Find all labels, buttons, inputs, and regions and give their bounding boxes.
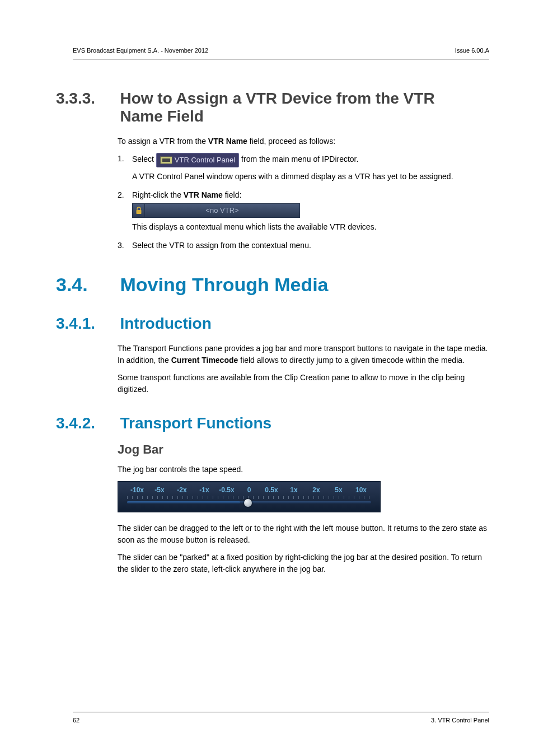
text: Right-click the [132, 190, 184, 199]
jog-label: -5x [148, 486, 171, 494]
jog-bar-line-active [127, 501, 240, 503]
text: To assign a VTR from the [118, 137, 208, 146]
step-2: 2. Right-click the VTR Name field: <no V… [118, 189, 489, 233]
text: Select the VTR to assign from the contex… [132, 241, 311, 250]
text: from the main menu of IPDirector. [241, 155, 358, 164]
intro-paragraph: To assign a VTR from the VTR Name field,… [118, 136, 489, 147]
jog-label: -1x [193, 486, 216, 494]
text-bold: VTR Name [208, 137, 247, 146]
step-1: 1. Select VTR Control Panel from the mai… [118, 153, 489, 183]
paragraph: Some transport functions are available f… [118, 372, 489, 395]
jog-label: -10x [126, 486, 148, 494]
jog-label: -2x [171, 486, 193, 494]
vtr-name-label: <no VTR> [145, 205, 299, 216]
vtr-control-panel-button[interactable]: VTR Control Panel [156, 153, 239, 167]
paragraph: The Transport Functions pane provides a … [118, 343, 489, 366]
header-left: EVS Broadcast Equipment S.A. - November … [73, 47, 208, 54]
section-342-body: The jog bar controls the tape speed. [118, 464, 489, 475]
text: field, proceed as follows: [247, 137, 335, 146]
vtr-icon [160, 156, 172, 164]
subheading-jog-bar: Jog Bar [118, 442, 489, 457]
paragraph: The slider can be "parked" at a fixed po… [118, 552, 489, 575]
jog-label: -0.5x [216, 486, 238, 494]
section-number: 3.4. [56, 274, 118, 296]
paragraph: The slider can be dragged to the left or… [118, 522, 489, 546]
section-number: 3.4.2. [56, 414, 118, 432]
step-paragraph: This displays a contextual menu which li… [132, 221, 489, 233]
step-3: 3. Select the VTR to assign from the con… [118, 240, 489, 251]
jog-bar-ticks [127, 496, 371, 499]
section-341-body: The Transport Functions pane provides a … [118, 343, 489, 395]
page-number: 62 [73, 717, 79, 724]
vtr-name-field[interactable]: <no VTR> [132, 203, 300, 218]
step-number: 3. [118, 240, 124, 251]
heading-342: 3.4.2. Transport Functions [56, 414, 489, 432]
jog-label: 1x [283, 486, 305, 494]
text: field: [223, 190, 241, 199]
jog-bar-track[interactable] [124, 496, 374, 504]
paragraph: The jog bar controls the tape speed. [118, 464, 489, 475]
footer-rule [73, 712, 489, 712]
section-title: How to Assign a VTR Device from the VTR … [120, 90, 467, 125]
step-number: 2. [118, 189, 124, 201]
jog-label: 0 [238, 486, 260, 494]
section-342-body-after: The slider can be dragged to the left or… [118, 522, 489, 575]
text-bold: VTR Name [184, 190, 223, 199]
jog-label: 2x [305, 486, 327, 494]
jog-bar-knob[interactable] [244, 499, 252, 507]
text-bold: Current Timecode [171, 356, 238, 365]
section-title: Moving Through Media [120, 274, 328, 296]
heading-341: 3.4.1. Introduction [56, 315, 489, 333]
step-paragraph: A VTR Control Panel window opens with a … [132, 171, 489, 183]
step-number: 1. [118, 153, 124, 165]
section-333-body: To assign a VTR from the VTR Name field,… [118, 136, 489, 251]
section-number: 3.4.1. [56, 315, 118, 333]
jog-label: 10x [350, 486, 372, 494]
jog-label: 0.5x [260, 486, 283, 494]
footer-section: 3. VTR Control Panel [431, 717, 489, 724]
text: field allows to directly jump to a given… [238, 356, 465, 365]
section-title: Transport Functions [120, 414, 271, 432]
jog-bar-labels: -10x -5x -2x -1x -0.5x 0 0.5x 1x 2x 5x 1… [124, 486, 374, 496]
jog-label: 5x [327, 486, 350, 494]
heading-34: 3.4. Moving Through Media [56, 274, 489, 296]
svg-rect-0 [136, 210, 141, 214]
button-label: VTR Control Panel [175, 155, 235, 166]
lock-icon [133, 204, 145, 217]
header-rule [73, 59, 489, 59]
text: Select [132, 155, 156, 164]
section-number: 3.3.3. [56, 90, 118, 108]
heading-333: 3.3.3. How to Assign a VTR Device from t… [56, 90, 489, 125]
header-right: Issue 6.00.A [455, 47, 489, 54]
section-title: Introduction [120, 315, 211, 333]
jog-bar[interactable]: -10x -5x -2x -1x -0.5x 0 0.5x 1x 2x 5x 1… [118, 481, 381, 512]
